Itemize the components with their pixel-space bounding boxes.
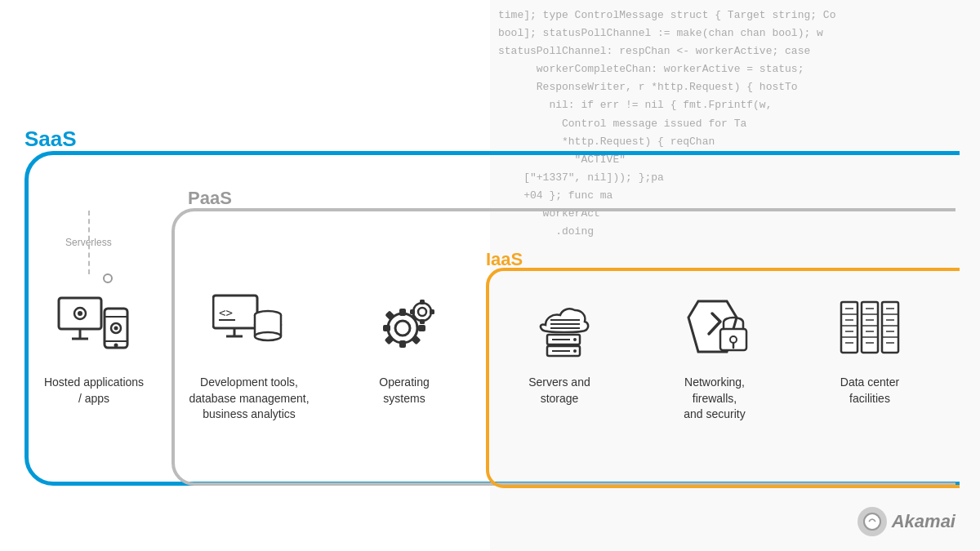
svg-point-77 — [864, 513, 880, 530]
iaas-bracket — [486, 268, 960, 488]
diagram-container: SaaS PaaS IaaS Serverless — [0, 0, 980, 551]
akamai-name: Akamai — [892, 511, 956, 532]
akamai-icon — [858, 507, 887, 536]
akamai-logo: Akamai — [858, 507, 956, 536]
saas-label: SaaS — [24, 127, 77, 152]
